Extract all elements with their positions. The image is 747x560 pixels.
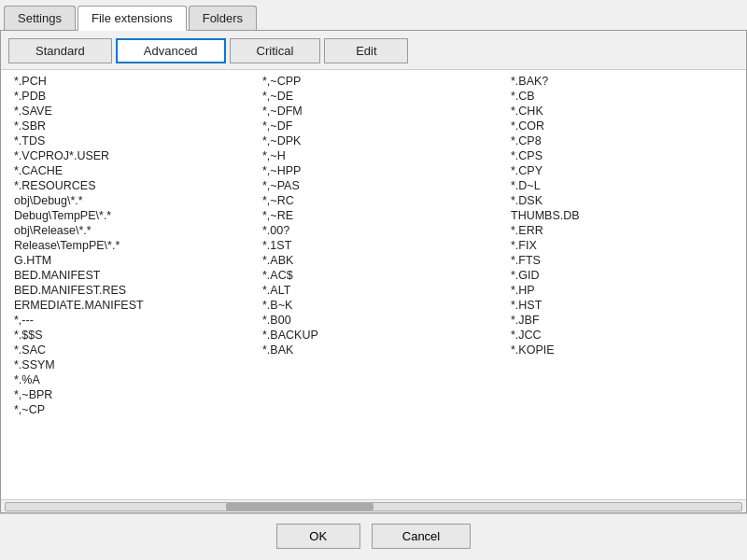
file-extensions-list[interactable]: *.PCH*.PDB*.SAVE*.SBR*.TDS*.VCPROJ*.USER…	[1, 70, 746, 499]
list-item: *.B00	[259, 313, 488, 328]
dialog: Settings File extensions Folders Standar…	[0, 0, 747, 560]
list-item: *.COR	[507, 119, 737, 133]
list-item: *.SAVE	[10, 104, 240, 119]
list-item: *.VCPROJ*.USER	[10, 148, 240, 163]
list-item: *.PCH	[10, 74, 240, 89]
list-item: Debug\TempPE\*.*	[10, 208, 240, 223]
list-item: *,~RE	[259, 208, 488, 223]
cancel-button[interactable]: Cancel	[372, 524, 471, 549]
col-1: *.PCH*.PDB*.SAVE*.SBR*.TDS*.VCPROJ*.USER…	[1, 74, 249, 417]
list-item: *.HP	[507, 283, 737, 298]
list-item: *,~BPR	[10, 387, 240, 402]
horizontal-scrollbar[interactable]	[5, 502, 742, 511]
list-item: *.BAK?	[507, 74, 737, 89]
list-item: *.SSYM	[10, 357, 240, 372]
list-item: *,---	[10, 313, 240, 328]
content-area: Standard Advanced Critical Edit *.PCH*.P…	[0, 31, 747, 513]
list-item: *.CB	[507, 89, 737, 104]
tab-settings[interactable]: Settings	[4, 6, 76, 30]
list-item: *.00?	[259, 223, 488, 238]
list-item: *,~CPP	[259, 74, 488, 89]
list-item: *.AC$	[259, 268, 488, 283]
list-item: *.SAC	[10, 343, 240, 357]
filter-critical[interactable]: Critical	[230, 38, 321, 63]
filter-standard[interactable]: Standard	[8, 38, 112, 63]
list-item: *.ABK	[259, 253, 488, 268]
list-item: G.HTM	[10, 253, 240, 268]
scrollbar-thumb	[226, 503, 374, 511]
list-item: *.KOPIE	[507, 343, 737, 357]
tab-bar: Settings File extensions Folders	[0, 0, 747, 31]
ok-button[interactable]: OK	[276, 524, 360, 549]
scrollbar-area	[1, 499, 746, 512]
list-item: BED.MANIFEST.RES	[10, 283, 240, 298]
list-item: *,~CP	[10, 402, 240, 417]
filter-advanced[interactable]: Advanced	[116, 38, 226, 63]
list-item: *.JCC	[507, 328, 737, 343]
list-item: Release\TempPE\*.*	[10, 238, 240, 253]
list-item: *,~DFM	[259, 104, 488, 119]
list-item: *,~DPK	[259, 133, 488, 148]
list-item: *.$$S	[10, 328, 240, 343]
list-item: *.JBF	[507, 313, 737, 328]
list-item: THUMBS.DB	[507, 208, 737, 223]
list-item: *.B~K	[259, 298, 488, 313]
list-item: *.HST	[507, 298, 737, 313]
col-2: *,~CPP*,~DE*,~DFM*,~DF*,~DPK*,~H*,~HPP*,…	[249, 74, 498, 417]
list-item: *.BAK	[259, 343, 488, 357]
list-item: obj\Debug\*.*	[10, 193, 240, 208]
tab-file-extensions[interactable]: File extensions	[78, 6, 187, 31]
list-columns: *.PCH*.PDB*.SAVE*.SBR*.TDS*.VCPROJ*.USER…	[1, 74, 746, 417]
list-item: *.SBR	[10, 119, 240, 133]
tab-folders[interactable]: Folders	[189, 6, 257, 30]
list-item: *,~DF	[259, 119, 488, 133]
list-item: *.CPS	[507, 148, 737, 163]
col-3: *.BAK?*.CB*.CHK*.COR*.CP8*.CPS*.CPY*.D~L…	[498, 74, 746, 417]
list-item: *.GID	[507, 268, 737, 283]
list-item: *,~PAS	[259, 178, 488, 193]
list-item: BED.MANIFEST	[10, 268, 240, 283]
list-item: *.RESOURCES	[10, 178, 240, 193]
list-item: *,~DE	[259, 89, 488, 104]
filter-bar: Standard Advanced Critical Edit	[1, 31, 746, 70]
filter-edit[interactable]: Edit	[324, 38, 408, 63]
list-item: *.FIX	[507, 238, 737, 253]
list-item: *.ALT	[259, 283, 488, 298]
list-item: *,~RC	[259, 193, 488, 208]
list-item: *,~HPP	[259, 163, 488, 178]
list-item: *.D~L	[507, 178, 737, 193]
list-item: *.1ST	[259, 238, 488, 253]
list-item: *.ERR	[507, 223, 737, 238]
list-item: ERMEDIATE.MANIFEST	[10, 298, 240, 313]
list-item: *.FTS	[507, 253, 737, 268]
list-item: *.DSK	[507, 193, 737, 208]
list-item: *.CACHE	[10, 163, 240, 178]
list-item: *.%A	[10, 372, 240, 387]
list-item: *.TDS	[10, 133, 240, 148]
list-item: *.CHK	[507, 104, 737, 119]
list-item: *.CP8	[507, 133, 737, 148]
bottom-bar: OK Cancel	[0, 513, 747, 560]
list-item: *.BACKUP	[259, 328, 488, 343]
list-item: *.CPY	[507, 163, 737, 178]
list-item: *.PDB	[10, 89, 240, 104]
list-item: *,~H	[259, 148, 488, 163]
list-item: obj\Release\*.*	[10, 223, 240, 238]
